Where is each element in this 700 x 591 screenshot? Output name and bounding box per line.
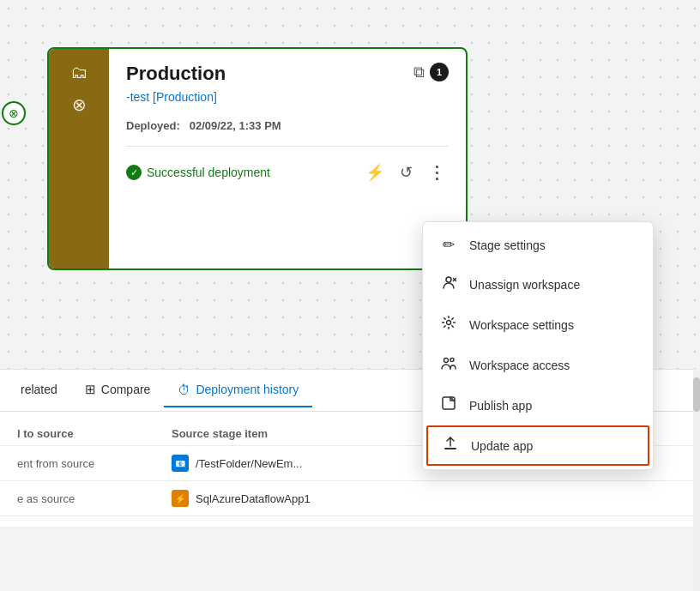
gear-icon — [440, 315, 457, 335]
menu-item-update-app[interactable]: Update app — [426, 425, 649, 466]
notification-badge: 1 — [430, 63, 449, 81]
row2-label: e as source — [17, 492, 172, 505]
scrollbar[interactable] — [693, 369, 700, 591]
row1-text: /TestFolder/NewEm... — [196, 457, 302, 470]
deployed-date: 02/09/22, 1:33 PM — [190, 119, 281, 132]
clock-icon: ⏱ — [178, 383, 190, 397]
publish-app-label: Publish app — [469, 399, 532, 413]
tab-deployment-history[interactable]: ⏱ Deployment history — [164, 374, 312, 407]
menu-item-workspace-settings[interactable]: Workspace settings — [423, 305, 653, 345]
more-options-button[interactable]: ⋮ — [425, 159, 449, 186]
item-icon-blue: 📧 — [172, 455, 189, 472]
svg-point-5 — [450, 359, 454, 362]
unassign-workspace-label: Unassign workspace — [469, 278, 580, 292]
row1-value: 📧 /TestFolder/NewEm... — [172, 455, 429, 472]
menu-item-unassign-workspace[interactable]: Unassign workspace — [423, 264, 653, 305]
related-label: related — [21, 383, 57, 396]
svg-point-3 — [447, 321, 451, 325]
tab-compare[interactable]: ⊞ Compare — [71, 373, 165, 407]
arrow-indicator: ⊗ — [0, 101, 26, 125]
tab-related[interactable]: related — [7, 374, 71, 407]
col1-header: l to source — [17, 427, 172, 440]
scrollbar-thumb[interactable] — [693, 377, 700, 412]
card-icons: ⧉ 1 — [413, 63, 449, 81]
stage-settings-label: Stage settings — [469, 238, 546, 252]
card-deployed-info: Deployed: 02/09/22, 1:33 PM — [126, 119, 449, 132]
arrow-circle: ⊗ — [2, 101, 26, 125]
card-subtitle[interactable]: -test [Production] — [126, 90, 449, 104]
item-icon-orange: ⚡ — [172, 490, 189, 507]
update-app-label: Update app — [471, 439, 533, 453]
compare-icon: ⊞ — [85, 382, 96, 397]
card-sidebar: 🗂 ⊗ — [49, 49, 109, 268]
svg-point-4 — [444, 359, 449, 363]
unassign-icon — [440, 274, 457, 294]
success-badge: ✓ Successful deployment — [126, 165, 270, 180]
footer-actions: ⚡ ↺ ⋮ — [362, 159, 449, 186]
sidebar-folder-icon: 🗂 — [70, 63, 88, 82]
production-card: 🗂 ⊗ Production ⧉ 1 -test [Production] De… — [47, 47, 468, 270]
history-icon[interactable]: ↺ — [396, 160, 416, 185]
people-icon — [440, 355, 457, 375]
menu-item-stage-settings[interactable]: ✏ Stage settings — [423, 226, 653, 264]
workspace-access-label: Workspace access — [469, 359, 570, 372]
deployment-history-label: Deployment history — [196, 383, 299, 396]
card-footer: ✓ Successful deployment ⚡ ↺ ⋮ — [126, 146, 449, 186]
workspace-settings-label: Workspace settings — [469, 318, 574, 332]
menu-item-workspace-access[interactable]: Workspace access — [423, 345, 653, 385]
row1-label: ent from source — [17, 457, 172, 470]
row2-text: SqlAzureDataflowApp1 — [196, 492, 311, 505]
row2-value: ⚡ SqlAzureDataflowApp1 — [172, 490, 429, 507]
deployed-label: Deployed: — [126, 119, 180, 132]
table-row: e as source ⚡ SqlAzureDataflowApp1 — [0, 481, 700, 516]
share-icon — [440, 395, 457, 415]
col2-header: Source stage item — [172, 427, 429, 440]
context-menu: ✏ Stage settings Unassign workspace — [422, 221, 654, 470]
check-icon: ✓ — [126, 165, 142, 180]
pencil-icon: ✏ — [440, 236, 457, 254]
card-header: Production ⧉ 1 — [126, 63, 449, 85]
lightning-icon[interactable]: ⚡ — [362, 160, 388, 185]
main-area: ⊗ 🗂 ⊗ Production ⧉ 1 -test [Production] … — [0, 0, 700, 591]
card-title: Production — [126, 63, 226, 85]
compare-label: Compare — [101, 383, 151, 396]
svg-point-0 — [446, 277, 451, 282]
menu-item-publish-app[interactable]: Publish app — [423, 385, 653, 425]
upload-icon — [442, 436, 459, 455]
success-text: Successful deployment — [147, 166, 270, 179]
card-content: Production ⧉ 1 -test [Production] Deploy… — [109, 49, 466, 268]
sidebar-target-icon: ⊗ — [72, 94, 87, 115]
copy-icon[interactable]: ⧉ — [413, 63, 425, 81]
